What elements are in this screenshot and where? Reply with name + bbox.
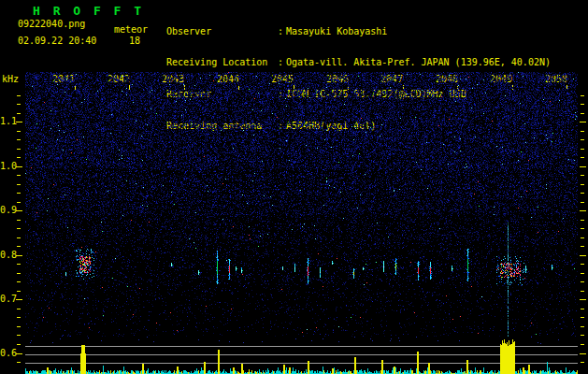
freq-tick [581,281,584,282]
mode-label: meteor [114,24,148,35]
freq-tick [17,326,21,327]
info-value: Ogata-vill. Akita-Pref. JAPAN (139.96E, … [286,57,551,67]
freq-tick [581,157,584,158]
freq-tick [580,353,586,354]
freq-tick-label: 0.7 [0,294,15,304]
freq-tick [17,228,21,229]
freq-tick-label: 0.9 [0,205,15,215]
info-label: Observer [166,26,278,36]
info-value: Masayuki Kobayashi [286,26,387,36]
freq-tick [17,149,21,150]
freq-tick [581,237,584,238]
freq-tick [581,104,584,105]
freq-axis-unit: kHz [2,74,19,84]
info-separator: : [278,57,286,67]
freq-tick [581,175,584,176]
freq-tick-label: 0.8 [0,250,15,260]
freq-tick [17,157,21,158]
freq-tick [16,166,22,167]
freq-tick [17,113,21,114]
freq-tick [580,255,586,256]
freq-tick [581,291,584,292]
freq-tick [580,210,586,211]
datetime-label: 02.09.22 20:40 [18,36,96,46]
hrofft-window: H R O F F T 09222040.png meteor 02.09.22… [0,0,588,374]
info-separator: : [278,26,286,36]
freq-tick [581,362,584,363]
freq-tick [581,264,584,265]
freq-tick [16,299,22,300]
freq-tick [17,362,21,363]
freq-tick [581,309,584,309]
freq-tick [17,175,21,176]
freq-tick [581,273,584,274]
freq-tick [581,326,584,327]
signal-level-canvas [25,335,578,374]
spectrogram-canvas [25,72,578,337]
freq-tick [17,291,21,292]
freq-tick [17,246,21,247]
freq-tick [17,95,21,96]
freq-tick [17,202,21,203]
freq-tick [17,264,21,265]
info-row-location: Receiving Location:Ogata-vill. Akita-Pre… [166,57,551,67]
freq-tick [17,309,21,309]
freq-tick [580,122,586,122]
freq-tick [581,184,584,185]
freq-tick-label: 1.0 [0,161,15,171]
freq-tick [17,139,21,140]
freq-tick [581,139,584,140]
freq-tick [581,335,584,336]
freq-tick [580,299,586,300]
freq-tick [581,317,584,318]
freq-tick-label: 0.6 [0,348,15,358]
freq-tick [581,202,584,203]
freq-tick [580,166,586,167]
freq-tick [581,344,584,345]
info-label: Receiving Location [166,57,278,67]
freq-tick [17,184,21,185]
freq-tick [17,344,21,345]
meteor-count: 18 [129,36,140,46]
freq-tick [17,335,21,336]
freq-tick [17,193,21,194]
freq-tick [581,246,584,247]
freq-tick [17,104,21,105]
freq-tick [581,131,584,132]
freq-tick [581,228,584,229]
freq-tick [581,95,584,96]
freq-tick [16,122,22,122]
freq-tick [16,353,22,354]
freq-tick [17,317,21,318]
app-title: H R O F F T [33,4,144,18]
freq-tick [581,220,584,221]
freq-tick-label: 1.1 [0,116,15,126]
freq-tick [581,149,584,150]
freq-tick [17,281,21,282]
freq-tick [17,220,21,221]
output-filename: 09222040.png [18,19,85,29]
freq-tick [16,210,22,211]
freq-tick [17,131,21,132]
freq-tick [581,113,584,114]
info-row-observer: Observer:Masayuki Kobayashi [166,26,551,36]
freq-tick [581,193,584,194]
freq-tick [17,237,21,238]
freq-tick [17,273,21,274]
freq-tick [16,255,22,256]
